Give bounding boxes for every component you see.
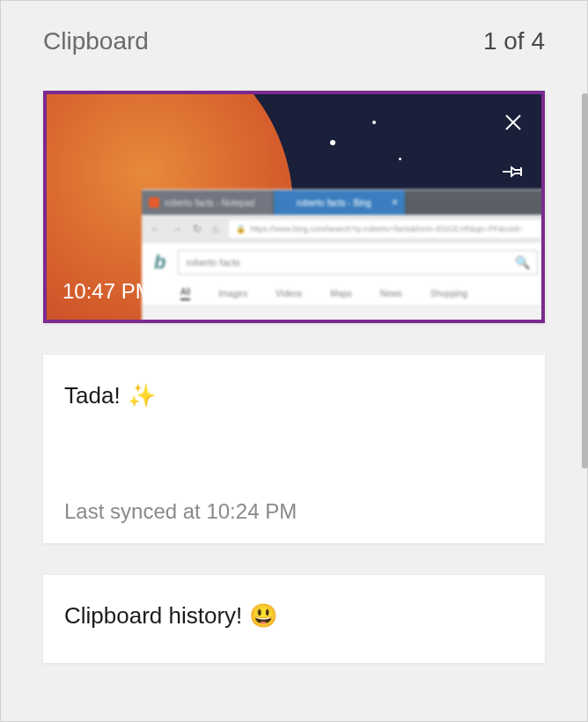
item-timestamp: 10:47 PM: [62, 279, 153, 304]
clipboard-item-text[interactable]: Clipboard history! 😃: [43, 575, 545, 663]
sync-status: Last synced at 10:24 PM: [64, 499, 524, 524]
clipboard-item-text[interactable]: Tada! ✨ Last synced at 10:24 PM: [43, 355, 545, 543]
close-icon: [503, 113, 523, 132]
sparkles-icon: ✨: [128, 379, 156, 411]
clipboard-panel: Clipboard 1 of 4 roberto facts - Notepad: [0, 0, 588, 722]
text-content-wrapper: Tada! ✨ Last synced at 10:24 PM: [43, 355, 545, 543]
image-thumbnail: roberto facts - Notepad roberto facts - …: [47, 94, 541, 320]
clip-text: Clipboard history!: [64, 600, 242, 631]
clipboard-item-image[interactable]: roberto facts - Notepad roberto facts - …: [43, 91, 545, 323]
text-content: Clipboard history! 😃: [64, 600, 524, 631]
delete-button[interactable]: [499, 108, 527, 136]
smiley-icon: 😃: [249, 600, 277, 631]
pin-button[interactable]: [499, 158, 527, 186]
item-actions: [499, 108, 527, 186]
panel-header: Clipboard 1 of 4: [1, 1, 587, 73]
item-counter: 1 of 4: [483, 27, 545, 55]
clipboard-items-list[interactable]: roberto facts - Notepad roberto facts - …: [1, 73, 587, 721]
text-content-wrapper: Clipboard history! 😃: [43, 575, 545, 663]
scrollbar-thumb[interactable]: [582, 93, 588, 468]
text-content: Tada! ✨: [64, 379, 524, 411]
pin-icon: [502, 164, 525, 180]
panel-title: Clipboard: [43, 27, 149, 55]
clip-text: Tada!: [64, 379, 121, 411]
